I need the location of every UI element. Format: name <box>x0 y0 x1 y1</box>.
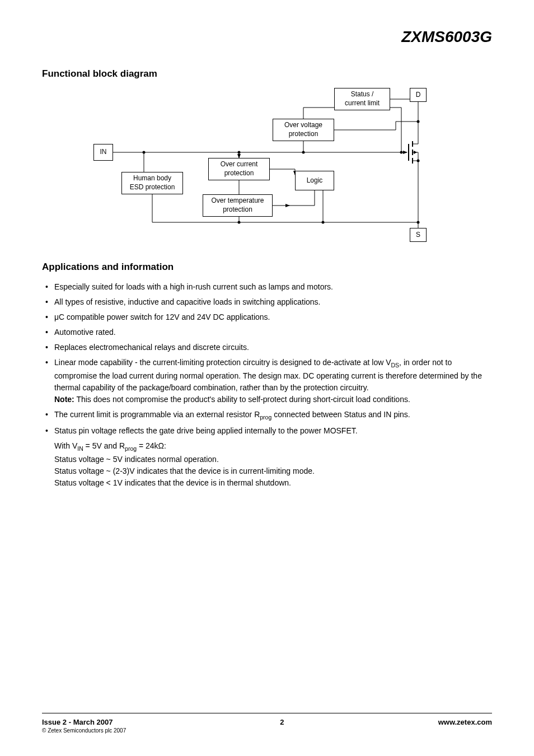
block-over-current-protection: Over current protection <box>208 158 270 180</box>
svg-point-7 <box>302 151 305 154</box>
svg-point-5 <box>238 151 241 154</box>
copyright-text: © Zetex Semiconductors plc 2007 <box>42 727 126 734</box>
block-drain: D <box>410 88 427 102</box>
subscript: prog <box>260 413 271 420</box>
footer-url: www.zetex.com <box>438 718 492 734</box>
functional-block-diagram: IN Human body ESD protection Over curren… <box>88 88 446 245</box>
part-number: ZXMS6003G <box>42 28 492 46</box>
sub-line: Status voltage ~ (2-3)V indicates that t… <box>42 465 492 477</box>
block-source: S <box>410 228 427 242</box>
footer-rule <box>42 713 492 713</box>
block-in: IN <box>93 144 113 161</box>
sub-line: Status voltage < 1V indicates that the d… <box>42 477 492 489</box>
block-text: Human body <box>133 174 171 183</box>
note-text: This does not compromise the product's a… <box>74 395 410 404</box>
text: Status pin voltage reflects the gate dri… <box>54 426 358 435</box>
sub-line: With VIN = 5V and Rprog = 24kΩ: <box>42 440 492 454</box>
svg-point-4 <box>143 151 146 154</box>
sub-line: Status voltage ~ 5V indicates normal ope… <box>42 454 492 465</box>
block-text: current limit <box>345 99 380 108</box>
block-over-temperature-protection: Over temperature protection <box>203 194 273 217</box>
text: Linear mode capability - the current-lim… <box>54 358 391 367</box>
block-status-current-limit: Status / current limit <box>334 88 390 110</box>
list-item: Especially suited for loads with a high … <box>42 281 492 293</box>
block-text: Status / <box>351 90 374 99</box>
text: = 24kΩ: <box>137 441 166 450</box>
page-footer: Issue 2 - March 2007 © Zetex Semiconduct… <box>42 713 492 734</box>
text: = 5V and R <box>83 441 125 450</box>
list-item: Replaces electromechanical relays and di… <box>42 342 492 353</box>
block-logic: Logic <box>295 171 334 190</box>
block-text: ESD protection <box>130 183 175 192</box>
list-item: Automotive rated. <box>42 326 492 338</box>
issue-text: Issue 2 - March 2007 <box>42 718 126 726</box>
block-over-voltage-protection: Over voltage protection <box>273 119 334 141</box>
svg-point-23 <box>322 221 325 224</box>
block-text: protection <box>224 169 254 178</box>
list-item: Linear mode capability - the current-lim… <box>42 357 492 405</box>
block-text: protection <box>289 130 318 139</box>
subscript: IN <box>77 445 83 452</box>
svg-point-25 <box>238 221 241 224</box>
svg-point-37 <box>417 221 420 224</box>
block-text: Over current <box>221 160 258 169</box>
footer-left: Issue 2 - March 2007 © Zetex Semiconduct… <box>42 718 126 734</box>
block-diagram-title: Functional block diagram <box>42 68 492 80</box>
text: With V <box>54 441 77 450</box>
block-text: protection <box>223 206 252 214</box>
page-number: 2 <box>280 718 284 734</box>
list-item: μC compatible power switch for 12V and 2… <box>42 311 492 323</box>
text: The current limit is programmable via an… <box>54 410 260 419</box>
subscript: prog <box>125 445 137 452</box>
subscript: DS <box>391 362 400 368</box>
applications-list: Especially suited for loads with a high … <box>42 281 492 437</box>
list-item: The current limit is programmable via an… <box>42 409 492 422</box>
text: connected between Status and IN pins. <box>271 410 410 419</box>
svg-point-36 <box>417 160 420 162</box>
block-esd-protection: Human body ESD protection <box>121 172 183 194</box>
block-text: Over temperature <box>211 197 264 206</box>
block-text: Over voltage <box>284 121 322 130</box>
applications-title: Applications and information <box>42 262 492 273</box>
list-item: All types of resistive, inductive and ca… <box>42 296 492 308</box>
list-item: Status pin voltage reflects the gate dri… <box>42 425 492 437</box>
note-label: Note: <box>54 395 74 404</box>
